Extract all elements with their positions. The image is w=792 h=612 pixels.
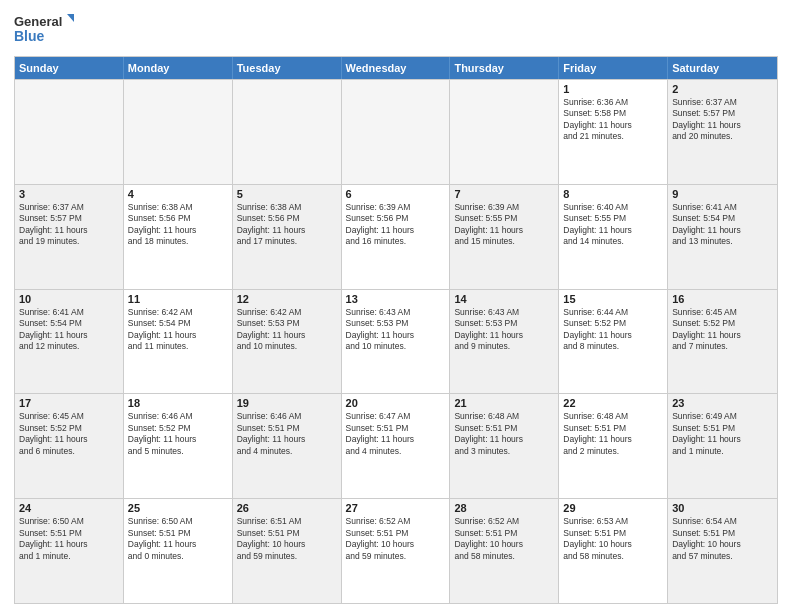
day-info: Sunrise: 6:48 AMSunset: 5:51 PMDaylight:…: [563, 411, 663, 457]
svg-text:General: General: [14, 14, 62, 29]
calendar-header: SundayMondayTuesdayWednesdayThursdayFrid…: [15, 57, 777, 79]
day-info: Sunrise: 6:44 AMSunset: 5:52 PMDaylight:…: [563, 307, 663, 353]
day-info: Sunrise: 6:46 AMSunset: 5:51 PMDaylight:…: [237, 411, 337, 457]
day-number: 24: [19, 502, 119, 514]
calendar-body: 1Sunrise: 6:36 AMSunset: 5:58 PMDaylight…: [15, 79, 777, 603]
day-cell-26: 26Sunrise: 6:51 AMSunset: 5:51 PMDayligh…: [233, 499, 342, 603]
day-info: Sunrise: 6:48 AMSunset: 5:51 PMDaylight:…: [454, 411, 554, 457]
header: General Blue: [14, 12, 778, 48]
day-number: 12: [237, 293, 337, 305]
day-number: 30: [672, 502, 773, 514]
header-day-tuesday: Tuesday: [233, 57, 342, 79]
day-cell-23: 23Sunrise: 6:49 AMSunset: 5:51 PMDayligh…: [668, 394, 777, 498]
empty-cell: [233, 80, 342, 184]
svg-marker-2: [67, 14, 74, 22]
day-cell-22: 22Sunrise: 6:48 AMSunset: 5:51 PMDayligh…: [559, 394, 668, 498]
day-cell-17: 17Sunrise: 6:45 AMSunset: 5:52 PMDayligh…: [15, 394, 124, 498]
day-number: 17: [19, 397, 119, 409]
day-number: 11: [128, 293, 228, 305]
day-number: 27: [346, 502, 446, 514]
empty-cell: [15, 80, 124, 184]
day-info: Sunrise: 6:50 AMSunset: 5:51 PMDaylight:…: [128, 516, 228, 562]
day-cell-30: 30Sunrise: 6:54 AMSunset: 5:51 PMDayligh…: [668, 499, 777, 603]
day-cell-13: 13Sunrise: 6:43 AMSunset: 5:53 PMDayligh…: [342, 290, 451, 394]
calendar: SundayMondayTuesdayWednesdayThursdayFrid…: [14, 56, 778, 604]
day-info: Sunrise: 6:54 AMSunset: 5:51 PMDaylight:…: [672, 516, 773, 562]
day-number: 5: [237, 188, 337, 200]
day-info: Sunrise: 6:39 AMSunset: 5:55 PMDaylight:…: [454, 202, 554, 248]
day-info: Sunrise: 6:50 AMSunset: 5:51 PMDaylight:…: [19, 516, 119, 562]
day-cell-6: 6Sunrise: 6:39 AMSunset: 5:56 PMDaylight…: [342, 185, 451, 289]
day-cell-10: 10Sunrise: 6:41 AMSunset: 5:54 PMDayligh…: [15, 290, 124, 394]
day-cell-11: 11Sunrise: 6:42 AMSunset: 5:54 PMDayligh…: [124, 290, 233, 394]
day-info: Sunrise: 6:41 AMSunset: 5:54 PMDaylight:…: [672, 202, 773, 248]
day-number: 28: [454, 502, 554, 514]
day-cell-1: 1Sunrise: 6:36 AMSunset: 5:58 PMDaylight…: [559, 80, 668, 184]
day-cell-4: 4Sunrise: 6:38 AMSunset: 5:56 PMDaylight…: [124, 185, 233, 289]
day-number: 13: [346, 293, 446, 305]
day-info: Sunrise: 6:46 AMSunset: 5:52 PMDaylight:…: [128, 411, 228, 457]
day-cell-19: 19Sunrise: 6:46 AMSunset: 5:51 PMDayligh…: [233, 394, 342, 498]
day-info: Sunrise: 6:51 AMSunset: 5:51 PMDaylight:…: [237, 516, 337, 562]
header-day-monday: Monday: [124, 57, 233, 79]
header-day-friday: Friday: [559, 57, 668, 79]
empty-cell: [450, 80, 559, 184]
day-cell-8: 8Sunrise: 6:40 AMSunset: 5:55 PMDaylight…: [559, 185, 668, 289]
calendar-row-1: 1Sunrise: 6:36 AMSunset: 5:58 PMDaylight…: [15, 79, 777, 184]
day-number: 29: [563, 502, 663, 514]
day-number: 19: [237, 397, 337, 409]
day-info: Sunrise: 6:40 AMSunset: 5:55 PMDaylight:…: [563, 202, 663, 248]
day-number: 4: [128, 188, 228, 200]
day-number: 26: [237, 502, 337, 514]
calendar-row-5: 24Sunrise: 6:50 AMSunset: 5:51 PMDayligh…: [15, 498, 777, 603]
day-cell-16: 16Sunrise: 6:45 AMSunset: 5:52 PMDayligh…: [668, 290, 777, 394]
header-day-saturday: Saturday: [668, 57, 777, 79]
day-info: Sunrise: 6:52 AMSunset: 5:51 PMDaylight:…: [454, 516, 554, 562]
day-info: Sunrise: 6:47 AMSunset: 5:51 PMDaylight:…: [346, 411, 446, 457]
header-day-sunday: Sunday: [15, 57, 124, 79]
day-number: 23: [672, 397, 773, 409]
day-info: Sunrise: 6:41 AMSunset: 5:54 PMDaylight:…: [19, 307, 119, 353]
day-number: 16: [672, 293, 773, 305]
header-day-thursday: Thursday: [450, 57, 559, 79]
day-number: 20: [346, 397, 446, 409]
day-number: 25: [128, 502, 228, 514]
day-info: Sunrise: 6:45 AMSunset: 5:52 PMDaylight:…: [672, 307, 773, 353]
day-info: Sunrise: 6:39 AMSunset: 5:56 PMDaylight:…: [346, 202, 446, 248]
day-info: Sunrise: 6:52 AMSunset: 5:51 PMDaylight:…: [346, 516, 446, 562]
day-cell-3: 3Sunrise: 6:37 AMSunset: 5:57 PMDaylight…: [15, 185, 124, 289]
day-cell-25: 25Sunrise: 6:50 AMSunset: 5:51 PMDayligh…: [124, 499, 233, 603]
day-cell-29: 29Sunrise: 6:53 AMSunset: 5:51 PMDayligh…: [559, 499, 668, 603]
day-number: 2: [672, 83, 773, 95]
day-number: 14: [454, 293, 554, 305]
day-info: Sunrise: 6:42 AMSunset: 5:54 PMDaylight:…: [128, 307, 228, 353]
day-cell-9: 9Sunrise: 6:41 AMSunset: 5:54 PMDaylight…: [668, 185, 777, 289]
day-info: Sunrise: 6:37 AMSunset: 5:57 PMDaylight:…: [672, 97, 773, 143]
day-number: 22: [563, 397, 663, 409]
day-number: 15: [563, 293, 663, 305]
calendar-row-4: 17Sunrise: 6:45 AMSunset: 5:52 PMDayligh…: [15, 393, 777, 498]
day-info: Sunrise: 6:36 AMSunset: 5:58 PMDaylight:…: [563, 97, 663, 143]
day-cell-24: 24Sunrise: 6:50 AMSunset: 5:51 PMDayligh…: [15, 499, 124, 603]
day-info: Sunrise: 6:37 AMSunset: 5:57 PMDaylight:…: [19, 202, 119, 248]
day-info: Sunrise: 6:53 AMSunset: 5:51 PMDaylight:…: [563, 516, 663, 562]
empty-cell: [124, 80, 233, 184]
day-cell-21: 21Sunrise: 6:48 AMSunset: 5:51 PMDayligh…: [450, 394, 559, 498]
day-number: 6: [346, 188, 446, 200]
svg-text:Blue: Blue: [14, 28, 45, 44]
day-cell-15: 15Sunrise: 6:44 AMSunset: 5:52 PMDayligh…: [559, 290, 668, 394]
logo: General Blue: [14, 12, 74, 48]
page: General Blue SundayMondayTuesdayWednesda…: [0, 0, 792, 612]
day-cell-2: 2Sunrise: 6:37 AMSunset: 5:57 PMDaylight…: [668, 80, 777, 184]
day-cell-18: 18Sunrise: 6:46 AMSunset: 5:52 PMDayligh…: [124, 394, 233, 498]
day-info: Sunrise: 6:42 AMSunset: 5:53 PMDaylight:…: [237, 307, 337, 353]
day-number: 8: [563, 188, 663, 200]
day-number: 3: [19, 188, 119, 200]
day-info: Sunrise: 6:38 AMSunset: 5:56 PMDaylight:…: [128, 202, 228, 248]
day-cell-12: 12Sunrise: 6:42 AMSunset: 5:53 PMDayligh…: [233, 290, 342, 394]
day-cell-5: 5Sunrise: 6:38 AMSunset: 5:56 PMDaylight…: [233, 185, 342, 289]
day-cell-7: 7Sunrise: 6:39 AMSunset: 5:55 PMDaylight…: [450, 185, 559, 289]
day-info: Sunrise: 6:43 AMSunset: 5:53 PMDaylight:…: [346, 307, 446, 353]
day-cell-14: 14Sunrise: 6:43 AMSunset: 5:53 PMDayligh…: [450, 290, 559, 394]
calendar-row-3: 10Sunrise: 6:41 AMSunset: 5:54 PMDayligh…: [15, 289, 777, 394]
